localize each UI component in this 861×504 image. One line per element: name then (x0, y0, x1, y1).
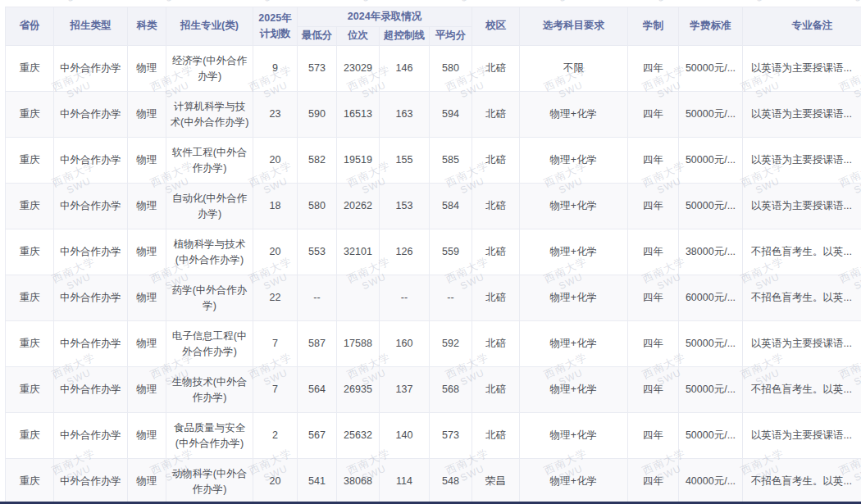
col-header-province: 省份 (6, 7, 54, 46)
cell-province: 重庆 (6, 459, 54, 504)
watermark-university-name: 西南大学 (435, 0, 499, 2)
cell-remark: 以英语为主要授课语... (743, 92, 861, 138)
col-header-avg-score: 平均分 (430, 27, 472, 46)
cell-rank: 19519 (337, 138, 380, 184)
cell-plan-count: 23 (253, 92, 298, 138)
col-header-plan-2025: 2025年 计划数 (253, 7, 298, 46)
cell-rank: 23029 (337, 46, 380, 92)
cell-subject: 物理 (128, 367, 166, 413)
cell-above-line: 153 (380, 184, 430, 229)
table-row: 重庆 中外合作办学 物理 经济学(中外合作办学) 9 573 23029 146… (6, 46, 861, 92)
cell-tuition: 50000元/... (679, 321, 743, 367)
cell-subject: 物理 (128, 459, 166, 504)
cell-min-score: 541 (298, 459, 337, 504)
cell-min-score: 587 (298, 321, 337, 367)
cell-remark: 不招色盲考生。以英... (743, 229, 861, 275)
cell-avg-score: 559 (430, 229, 472, 275)
cell-tuition: 50000元/... (679, 46, 743, 92)
cell-tuition: 50000元/... (679, 138, 743, 184)
cell-campus: 荣昌 (472, 459, 520, 504)
col-header-subject: 科类 (128, 7, 166, 46)
cell-rank: 16513 (337, 92, 380, 138)
cell-remark: 不招色盲考生。以英... (743, 275, 861, 321)
cell-enroll-type: 中外合作办学 (54, 367, 128, 413)
cell-enroll-type: 中外合作办学 (54, 184, 128, 229)
cell-remark: 不招色盲考生。以英... (743, 459, 861, 504)
cell-subject: 物理 (128, 321, 166, 367)
cell-tuition: 50000元/... (679, 184, 743, 229)
cell-duration: 四年 (628, 321, 679, 367)
table-header: 省份 招生类型 科类 招生专业(类) 2025年 计划数 2024年录取情况 校… (6, 7, 861, 46)
cell-above-line: -- (380, 275, 430, 321)
cell-major: 药学(中外合作办学) (166, 275, 253, 321)
cell-remark: 以英语为主要授课语... (743, 413, 861, 459)
cell-above-line: 126 (380, 229, 430, 275)
cell-province: 重庆 (6, 413, 54, 459)
cell-rank: 20262 (337, 184, 380, 229)
cell-rank (337, 275, 380, 321)
cell-plan-count: 20 (253, 229, 298, 275)
cell-subject-req: 物理+化学 (520, 184, 628, 229)
cell-min-score: 564 (298, 367, 337, 413)
cell-plan-count: 2 (253, 413, 298, 459)
cell-enroll-type: 中外合作办学 (54, 413, 128, 459)
cell-major: 动物科学(中外合作办学) (166, 459, 253, 504)
cell-subject-req: 物理+化学 (520, 229, 628, 275)
cell-plan-count: 18 (253, 184, 298, 229)
cell-avg-score: 592 (430, 321, 472, 367)
cell-subject: 物理 (128, 275, 166, 321)
cell-plan-count: 22 (253, 275, 298, 321)
col-header-min-score: 最低分 (298, 27, 337, 46)
cell-campus: 北碚 (472, 92, 520, 138)
cell-subject-req: 物理+化学 (520, 367, 628, 413)
cell-rank: 26935 (337, 367, 380, 413)
cell-min-score: 567 (298, 413, 337, 459)
cell-enroll-type: 中外合作办学 (54, 459, 128, 504)
cell-remark: 以英语为主要授课语... (743, 46, 861, 92)
cell-major: 自动化(中外合作办学) (166, 184, 253, 229)
cell-duration: 四年 (628, 229, 679, 275)
cell-min-score: 582 (298, 138, 337, 184)
cell-subject: 物理 (128, 184, 166, 229)
col-header-rank: 位次 (337, 27, 380, 46)
cell-remark: 以英语为主要授课语... (743, 184, 861, 229)
cell-rank: 38068 (337, 459, 380, 504)
admissions-plan-page: 省份 招生类型 科类 招生专业(类) 2025年 计划数 2024年录取情况 校… (0, 0, 861, 504)
cell-duration: 四年 (628, 46, 679, 92)
cell-province: 重庆 (6, 138, 54, 184)
watermark-university-name: 西南大学 (139, 0, 204, 2)
cell-campus: 北碚 (472, 275, 520, 321)
col-group-2024-admission: 2024年录取情况 (298, 7, 472, 27)
watermark-university-name: 西南大学 (631, 0, 696, 2)
cell-plan-count: 7 (253, 367, 298, 413)
table-row: 重庆 中外合作办学 物理 电子信息工程(中外合作办学) 7 587 17588 … (6, 321, 861, 367)
table-row: 重庆 中外合作办学 物理 药学(中外合作办学) 22 -- -- -- 北碚 物… (6, 275, 861, 321)
cell-province: 重庆 (6, 275, 54, 321)
watermark-university-name: 西南大学 (0, 0, 8, 2)
cell-avg-score: 548 (430, 459, 472, 504)
plan-header-line2: 计划数 (255, 26, 295, 42)
col-header-above-line: 超控制线 (380, 27, 430, 46)
cell-subject-req: 物理+化学 (520, 92, 628, 138)
cell-subject-req: 物理+化学 (520, 275, 628, 321)
cell-province: 重庆 (6, 321, 54, 367)
cell-plan-count: 20 (253, 459, 298, 504)
cell-campus: 北碚 (472, 321, 520, 367)
col-header-remark: 专业备注 (743, 7, 861, 46)
watermark-university-name: 西南大学 (828, 0, 861, 2)
cell-major: 生物技术(中外合作办学) (166, 367, 253, 413)
col-header-duration: 学制 (628, 7, 679, 46)
cell-enroll-type: 中外合作办学 (54, 46, 128, 92)
cell-avg-score: -- (430, 275, 472, 321)
cell-duration: 四年 (628, 459, 679, 504)
cell-rank: 17588 (337, 321, 380, 367)
cell-rank: 25632 (337, 413, 380, 459)
cell-enroll-type: 中外合作办学 (54, 275, 128, 321)
cell-above-line: 114 (380, 459, 430, 504)
cell-subject: 物理 (128, 138, 166, 184)
cell-campus: 北碚 (472, 138, 520, 184)
watermark-university-name: 西南大学 (238, 0, 303, 2)
cell-remark: 不招色盲考生。以英... (743, 367, 861, 413)
cell-above-line: 137 (380, 367, 430, 413)
cell-tuition: 50000元/... (679, 367, 743, 413)
